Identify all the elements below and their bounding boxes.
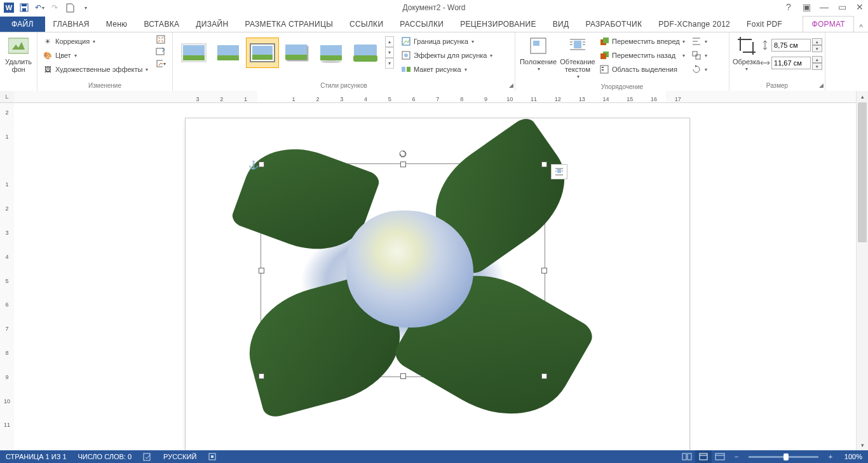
status-language[interactable]: РУССКИЙ — [158, 450, 202, 463]
change-picture-button[interactable] — [156, 46, 166, 57]
resize-handle-ne[interactable] — [541, 162, 547, 167]
anchor-icon: ⚓ — [248, 160, 259, 170]
picture-style-5[interactable] — [315, 38, 348, 68]
tab-view[interactable]: ВИД — [545, 17, 578, 32]
picture-style-6[interactable] — [349, 38, 382, 68]
selected-picture[interactable]: ⚓ — [261, 163, 545, 377]
bring-forward-button[interactable]: Переместить вперед▾ — [597, 34, 687, 48]
picture-styles-gallery[interactable]: ▴▾▾ — [176, 34, 395, 71]
close-button[interactable]: ✕ — [851, 0, 868, 14]
height-input[interactable]: ▴▾ — [760, 38, 822, 52]
tab-format[interactable]: ФОРМАТ — [803, 16, 854, 32]
title-bar: W ↶▾ ↷ ▾ Документ2 - Word ? ▣ — ▭ ✕ — [0, 0, 868, 16]
svg-rect-39 — [693, 52, 697, 56]
align-button[interactable]: ▾ — [689, 34, 709, 48]
tab-design[interactable]: ДИЗАЙН — [187, 17, 236, 32]
svg-rect-13 — [217, 55, 239, 60]
tab-home[interactable]: ГЛАВНАЯ — [45, 17, 98, 32]
corrections-button[interactable]: ☀Коррекция▾ — [41, 34, 97, 48]
position-button[interactable]: Положение▾ — [519, 34, 558, 73]
size-dialog-launcher[interactable]: ◢ — [819, 81, 824, 90]
redo-button[interactable]: ↷ — [48, 1, 62, 15]
tab-developer[interactable]: РАЗРАБОТЧИК — [577, 17, 650, 32]
wrap-text-button[interactable]: Обтекание текстом▾ — [558, 34, 597, 81]
svg-rect-46 — [682, 453, 686, 460]
tab-foxit[interactable]: Foxit PDF — [738, 17, 790, 32]
collapse-ribbon-button[interactable]: ^ — [854, 23, 868, 32]
group-button[interactable]: ▾ — [689, 48, 709, 62]
scrollbar-thumb[interactable] — [858, 102, 867, 242]
zoom-out-button[interactable]: − — [728, 450, 745, 463]
remove-background-button[interactable]: Удалить фон — [3, 34, 34, 73]
tab-file[interactable]: ФАЙЛ — [0, 17, 45, 32]
restore-button[interactable]: ▭ — [834, 0, 850, 14]
zoom-in-button[interactable]: + — [822, 450, 839, 463]
gallery-scroll[interactable]: ▴▾▾ — [385, 36, 394, 69]
tab-references[interactable]: ССЫЛКИ — [341, 17, 391, 32]
rotate-button[interactable]: ▾ — [689, 62, 709, 76]
artistic-effects-button[interactable]: 🖼Художественные эффекты▾ — [41, 62, 150, 76]
zoom-level[interactable]: 100% — [839, 450, 868, 463]
compress-pictures-button[interactable] — [156, 34, 166, 45]
picture-effects-button[interactable]: Эффекты для рисунка▾ — [399, 48, 494, 62]
picture-style-4[interactable] — [280, 38, 313, 68]
color-button[interactable]: 🎨Цвет▾ — [41, 48, 79, 62]
resize-handle-se[interactable] — [541, 373, 547, 379]
window-title: Документ2 - Word — [402, 3, 465, 12]
svg-rect-4 — [22, 8, 26, 11]
reset-picture-button[interactable]: ▾ — [156, 59, 166, 69]
view-read-button[interactable] — [679, 450, 695, 463]
send-backward-button[interactable]: Переместить назад▾ — [597, 48, 687, 62]
tab-insert[interactable]: ВСТАВКА — [135, 17, 187, 32]
view-print-button[interactable] — [695, 450, 712, 463]
document-canvas[interactable]: ⚓ — [14, 103, 857, 450]
window-controls: ? ▣ — ▭ ✕ — [780, 0, 868, 14]
svg-rect-42 — [557, 169, 561, 173]
picture-layout-button[interactable]: Макет рисунка▾ — [399, 62, 494, 76]
svg-point-21 — [321, 60, 341, 63]
tab-review[interactable]: РЕЦЕНЗИРОВАНИЕ — [452, 17, 545, 32]
vertical-scrollbar[interactable]: ▴ ▾ — [856, 91, 868, 450]
qat-more-button[interactable]: ▾ — [78, 1, 92, 15]
svg-rect-10 — [183, 45, 205, 55]
picture-style-3[interactable] — [246, 38, 279, 68]
picture-style-2[interactable] — [212, 38, 245, 68]
word-icon: W — [2, 1, 16, 15]
horizontal-ruler[interactable]: 321 1234567891011121314151617 — [14, 91, 857, 103]
help-button[interactable]: ? — [780, 0, 797, 14]
resize-handle-w[interactable] — [259, 268, 264, 273]
crop-button[interactable]: Обрезка▾ — [733, 34, 760, 73]
status-words[interactable]: ЧИСЛО СЛОВ: 0 — [72, 450, 138, 463]
resize-handle-e[interactable] — [541, 268, 547, 273]
tab-pdfxchange[interactable]: PDF-XChange 2012 — [650, 17, 738, 32]
rotate-handle[interactable] — [399, 150, 407, 158]
ribbon-options-button[interactable]: ▣ — [798, 0, 815, 14]
status-page[interactable]: СТРАНИЦА 1 ИЗ 1 — [0, 450, 72, 463]
ruler-corner[interactable]: L — [0, 91, 15, 103]
tab-mailings[interactable]: РАССЫЛКИ — [391, 17, 452, 32]
resize-handle-nw[interactable] — [259, 162, 264, 167]
tab-menu[interactable]: Меню — [98, 17, 136, 32]
styles-dialog-launcher[interactable]: ◢ — [509, 81, 513, 90]
tab-layout[interactable]: РАЗМЕТКА СТРАНИЦЫ — [236, 17, 341, 32]
undo-button[interactable]: ↶▾ — [32, 1, 46, 15]
resize-handle-s[interactable] — [400, 373, 406, 379]
layout-options-button[interactable] — [551, 164, 567, 179]
new-doc-button[interactable] — [63, 1, 77, 15]
picture-border-button[interactable]: Граница рисунка▾ — [399, 34, 494, 48]
resize-handle-sw[interactable] — [259, 373, 264, 379]
zoom-slider[interactable] — [749, 456, 818, 458]
svg-rect-30 — [533, 41, 539, 46]
status-macro[interactable] — [202, 450, 222, 463]
status-proofing[interactable] — [137, 450, 158, 463]
width-input[interactable]: ▴▾ — [760, 56, 822, 70]
view-web-button[interactable] — [712, 450, 728, 463]
minimize-button[interactable]: — — [816, 0, 832, 14]
group-size-label: Размер◢ — [729, 81, 825, 92]
save-button[interactable] — [17, 1, 31, 15]
svg-rect-11 — [183, 55, 205, 60]
picture-style-1[interactable] — [177, 38, 210, 68]
vertical-ruler[interactable]: 211234567891011 — [0, 103, 15, 450]
selection-pane-button[interactable]: Область выделения — [597, 62, 687, 76]
resize-handle-n[interactable] — [400, 162, 406, 167]
